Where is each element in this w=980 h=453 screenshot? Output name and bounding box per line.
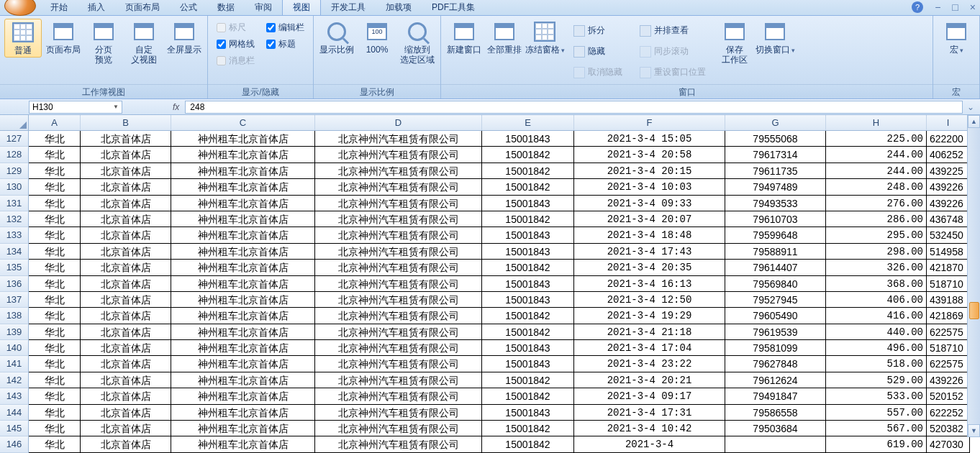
cell[interactable]: 华北 bbox=[29, 211, 81, 227]
page-break-preview-button[interactable]: 分页 预览 bbox=[85, 19, 122, 66]
cell[interactable]: 15001843 bbox=[482, 244, 574, 260]
tab-developer[interactable]: 开发工具 bbox=[321, 0, 376, 15]
cell[interactable]: 79605490 bbox=[725, 308, 826, 324]
cell[interactable]: 15001843 bbox=[482, 356, 574, 372]
cell[interactable]: 北京首体店 bbox=[81, 405, 171, 421]
scroll-down-button[interactable]: ▼ bbox=[968, 424, 980, 437]
cell[interactable]: 2021-3-4 15:05 bbox=[574, 131, 725, 147]
cell[interactable]: 北京首体店 bbox=[81, 276, 171, 292]
zoom-100-button[interactable]: 100 100% bbox=[358, 19, 396, 56]
cell[interactable]: 440.00 bbox=[826, 324, 927, 340]
cell[interactable]: 15001843 bbox=[482, 292, 574, 308]
cell[interactable]: 79527945 bbox=[725, 292, 826, 308]
table-row[interactable]: 144华北北京首体店神州租车北京首体店北京神州汽车租赁有限公司150018432… bbox=[0, 405, 980, 421]
formula-input[interactable]: 248 bbox=[185, 101, 963, 114]
cell[interactable]: 244.00 bbox=[826, 163, 927, 179]
cell[interactable]: 华北 bbox=[29, 292, 81, 308]
cell[interactable]: 神州租车北京首体店 bbox=[171, 276, 315, 292]
col-header-F[interactable]: F bbox=[574, 115, 725, 130]
cell[interactable]: 520382 bbox=[927, 421, 970, 436]
expand-formula-bar-icon[interactable]: ⌄ bbox=[964, 102, 977, 112]
row-header[interactable]: 131 bbox=[0, 196, 29, 211]
cell[interactable]: 622575 bbox=[927, 356, 970, 372]
row-header[interactable]: 136 bbox=[0, 276, 29, 292]
cell[interactable]: 北京神州汽车租赁有限公司 bbox=[315, 340, 482, 356]
cell[interactable]: 北京神州汽车租赁有限公司 bbox=[315, 131, 482, 147]
cell[interactable]: 神州租车北京首体店 bbox=[171, 163, 315, 179]
cell[interactable]: 439225 bbox=[927, 163, 970, 179]
cell[interactable]: 北京首体店 bbox=[81, 131, 171, 147]
cell[interactable]: 北京神州汽车租赁有限公司 bbox=[315, 276, 482, 292]
table-row[interactable]: 135华北北京首体店神州租车北京首体店北京神州汽车租赁有限公司150018422… bbox=[0, 260, 980, 275]
table-row[interactable]: 136华北北京首体店神州租车北京首体店北京神州汽车租赁有限公司150018432… bbox=[0, 276, 980, 292]
cell[interactable]: 北京首体店 bbox=[81, 436, 171, 452]
row-header[interactable]: 139 bbox=[0, 324, 29, 340]
table-row[interactable]: 133华北北京首体店神州租车北京首体店北京神州汽车租赁有限公司150018432… bbox=[0, 227, 980, 243]
cell[interactable]: 北京神州汽车租赁有限公司 bbox=[315, 421, 482, 436]
cell[interactable]: 北京神州汽车租赁有限公司 bbox=[315, 179, 482, 195]
tab-addins[interactable]: 加载项 bbox=[376, 0, 422, 15]
cell[interactable]: 286.00 bbox=[826, 211, 927, 227]
cell[interactable]: 北京神州汽车租赁有限公司 bbox=[315, 227, 482, 243]
cell[interactable]: 496.00 bbox=[826, 340, 927, 356]
cell[interactable]: 622200 bbox=[927, 131, 970, 147]
split-button[interactable]: 拆分 bbox=[571, 23, 625, 38]
cell[interactable]: 华北 bbox=[29, 244, 81, 260]
tab-view[interactable]: 视图 bbox=[282, 0, 321, 15]
cell[interactable]: 567.00 bbox=[826, 421, 927, 436]
cell[interactable]: 北京首体店 bbox=[81, 196, 171, 211]
cell[interactable]: 北京神州汽车租赁有限公司 bbox=[315, 372, 482, 388]
cell[interactable]: 北京神州汽车租赁有限公司 bbox=[315, 436, 482, 452]
cell[interactable]: 244.00 bbox=[826, 147, 927, 163]
cell[interactable]: 2021-3-4 20:58 bbox=[574, 147, 725, 163]
fx-icon[interactable]: fx bbox=[173, 102, 179, 112]
row-header[interactable]: 140 bbox=[0, 340, 29, 356]
cell[interactable]: 518.00 bbox=[826, 356, 927, 372]
col-header-C[interactable]: C bbox=[171, 115, 315, 130]
tab-pdf[interactable]: PDF工具集 bbox=[422, 0, 485, 15]
arrange-all-button[interactable]: 全部重排 bbox=[486, 19, 523, 56]
tab-review[interactable]: 审阅 bbox=[245, 0, 282, 15]
cell[interactable]: 华北 bbox=[29, 179, 81, 195]
cell[interactable]: 北京首体店 bbox=[81, 356, 171, 372]
table-row[interactable]: 134华北北京首体店神州租车北京首体店北京神州汽车租赁有限公司150018432… bbox=[0, 244, 980, 260]
cell[interactable]: 2021-3-4 10:03 bbox=[574, 179, 725, 195]
switch-windows-button[interactable]: 切换窗口▾ bbox=[756, 19, 794, 57]
vertical-scrollbar[interactable]: ▲ ▼ bbox=[967, 115, 980, 437]
close-button[interactable]: × bbox=[970, 1, 976, 13]
cell[interactable]: 518710 bbox=[927, 340, 970, 356]
cell[interactable]: 华北 bbox=[29, 260, 81, 275]
cell[interactable]: 神州租车北京首体店 bbox=[171, 196, 315, 211]
row-header[interactable]: 143 bbox=[0, 388, 29, 404]
cell[interactable]: 2021-3-4 20:07 bbox=[574, 211, 725, 227]
col-header-H[interactable]: H bbox=[826, 115, 927, 130]
name-box[interactable]: H130 ▼ bbox=[29, 101, 122, 114]
cell[interactable]: 2021-3-4 23:22 bbox=[574, 356, 725, 372]
cell[interactable]: 华北 bbox=[29, 405, 81, 421]
cell[interactable]: 79555068 bbox=[725, 131, 826, 147]
cell[interactable]: 北京首体店 bbox=[81, 421, 171, 436]
row-header[interactable]: 134 bbox=[0, 244, 29, 260]
table-row[interactable]: 128华北北京首体店神州租车北京首体店北京神州汽车租赁有限公司150018422… bbox=[0, 147, 980, 163]
cell[interactable]: 295.00 bbox=[826, 227, 927, 243]
cell[interactable]: 79599648 bbox=[725, 227, 826, 243]
cell[interactable]: 华北 bbox=[29, 436, 81, 452]
cell[interactable]: 2021-3-4 17:04 bbox=[574, 340, 725, 356]
cell[interactable]: 15001843 bbox=[482, 276, 574, 292]
cell[interactable]: 2021-3-4 17:31 bbox=[574, 405, 725, 421]
tab-pagelayout[interactable]: 页面布局 bbox=[115, 0, 170, 15]
row-header[interactable]: 146 bbox=[0, 436, 29, 452]
cell[interactable]: 79586558 bbox=[725, 405, 826, 421]
help-icon[interactable]: ? bbox=[912, 1, 923, 13]
cell[interactable]: 79619539 bbox=[725, 324, 826, 340]
save-workspace-button[interactable]: 保存 工作区 bbox=[716, 19, 753, 66]
cell[interactable]: 北京首体店 bbox=[81, 308, 171, 324]
cell[interactable]: 2021-3-4 17:43 bbox=[574, 244, 725, 260]
col-header-I[interactable]: I bbox=[927, 115, 970, 130]
cell[interactable]: 北京首体店 bbox=[81, 324, 171, 340]
custom-views-button[interactable]: 自定 义视图 bbox=[125, 19, 163, 66]
cell[interactable]: 北京首体店 bbox=[81, 372, 171, 388]
spreadsheet-grid[interactable]: 127华北北京首体店神州租车北京首体店北京神州汽车租赁有限公司150018432… bbox=[0, 131, 980, 453]
cell[interactable]: 华北 bbox=[29, 131, 81, 147]
hide-button[interactable]: 隐藏 bbox=[571, 44, 625, 59]
